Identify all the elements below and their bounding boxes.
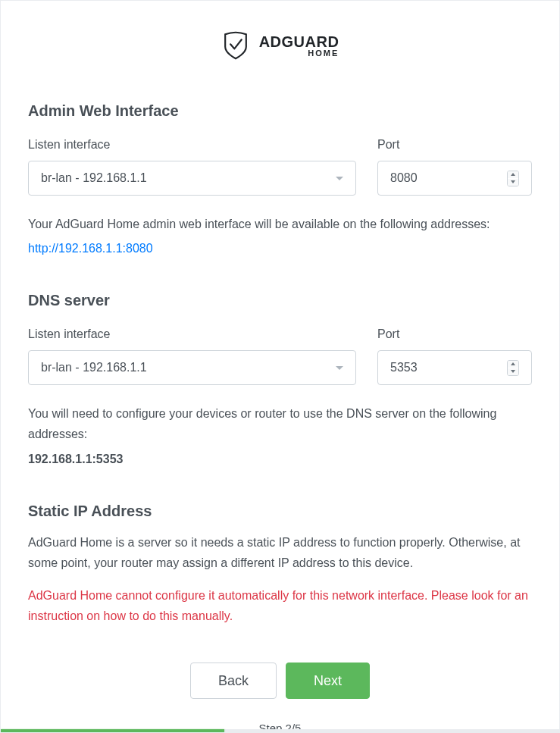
progress-bar xyxy=(1,729,559,732)
chevron-down-icon xyxy=(511,370,515,373)
spinner-up-button[interactable] xyxy=(508,361,518,368)
dns-interface-select[interactable]: br-lan - 192.168.1.1 xyxy=(28,350,356,385)
admin-section: Admin Web Interface Listen interface br-… xyxy=(28,102,532,255)
logo-sub-text: HOME xyxy=(259,49,339,58)
dns-section: DNS server Listen interface br-lan - 192… xyxy=(28,292,532,465)
dns-description: You will need to configure your devices … xyxy=(28,403,532,444)
dns-address: 192.168.1.1:5353 xyxy=(28,453,532,466)
shield-icon xyxy=(221,31,250,60)
admin-interface-select[interactable]: br-lan - 192.168.1.1 xyxy=(28,161,356,196)
logo-main-text: ADGUARD xyxy=(259,34,339,49)
chevron-down-icon xyxy=(336,366,343,370)
spinner-down-button[interactable] xyxy=(508,368,518,375)
admin-title: Admin Web Interface xyxy=(28,102,532,120)
dns-interface-value: br-lan - 192.168.1.1 xyxy=(41,361,336,374)
admin-url-link[interactable]: http://192.168.1.1:8080 xyxy=(28,242,153,255)
dns-port-input[interactable] xyxy=(390,361,507,374)
spinner-up-button[interactable] xyxy=(508,171,518,178)
back-button[interactable]: Back xyxy=(190,663,277,699)
spinner-down-button[interactable] xyxy=(508,179,518,186)
admin-interface-label: Listen interface xyxy=(28,138,356,152)
dns-interface-label: Listen interface xyxy=(28,327,356,341)
static-ip-section: Static IP Address AdGuard Home is a serv… xyxy=(28,503,532,627)
admin-description: Your AdGuard Home admin web interface wi… xyxy=(28,214,532,234)
next-button[interactable]: Next xyxy=(286,663,370,699)
static-ip-error: AdGuard Home cannot configure it automat… xyxy=(28,585,532,626)
button-row: Back Next xyxy=(28,663,532,699)
chevron-down-icon xyxy=(511,180,515,183)
static-ip-title: Static IP Address xyxy=(28,503,532,520)
dns-port-input-wrapper xyxy=(377,350,532,385)
dns-port-label: Port xyxy=(377,327,532,341)
chevron-up-icon xyxy=(511,173,515,176)
dns-port-spinner xyxy=(507,360,519,376)
admin-port-label: Port xyxy=(377,138,532,152)
admin-interface-value: br-lan - 192.168.1.1 xyxy=(41,171,336,185)
static-ip-description: AdGuard Home is a server so it needs a s… xyxy=(28,532,532,573)
admin-port-spinner xyxy=(507,171,519,186)
dns-title: DNS server xyxy=(28,292,532,309)
progress-fill xyxy=(1,729,224,732)
logo: ADGUARD HOME xyxy=(28,31,532,60)
chevron-down-icon xyxy=(336,177,343,180)
admin-port-input-wrapper xyxy=(377,161,532,196)
admin-port-input[interactable] xyxy=(390,171,507,185)
chevron-up-icon xyxy=(511,362,515,365)
